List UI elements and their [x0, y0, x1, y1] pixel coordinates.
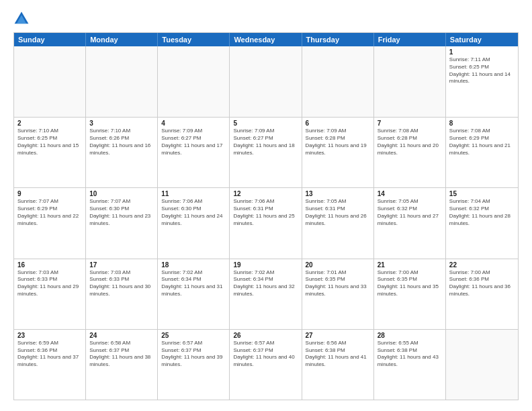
day-cell-12: 12Sunrise: 7:06 AM Sunset: 6:31 PM Dayli… — [230, 188, 302, 258]
day-info: Sunrise: 7:09 AM Sunset: 6:27 PM Dayligh… — [161, 128, 226, 156]
day-cell-18: 18Sunrise: 7:02 AM Sunset: 6:34 PM Dayli… — [158, 259, 230, 329]
day-cell-6: 6Sunrise: 7:09 AM Sunset: 6:28 PM Daylig… — [302, 118, 374, 187]
day-cell-17: 17Sunrise: 7:03 AM Sunset: 6:33 PM Dayli… — [86, 259, 158, 329]
day-number: 20 — [306, 261, 370, 269]
header — [13, 11, 519, 27]
header-day-wednesday: Wednesday — [230, 33, 302, 46]
day-cell-3: 3Sunrise: 7:10 AM Sunset: 6:26 PM Daylig… — [86, 118, 158, 187]
day-number: 9 — [17, 190, 82, 197]
day-info: Sunrise: 7:08 AM Sunset: 6:28 PM Dayligh… — [378, 128, 442, 156]
week-row-5: 23Sunrise: 6:59 AM Sunset: 6:36 PM Dayli… — [14, 329, 518, 400]
day-cell-13: 13Sunrise: 7:05 AM Sunset: 6:31 PM Dayli… — [302, 188, 374, 258]
logo — [13, 11, 32, 27]
header-day-sunday: Sunday — [14, 33, 86, 46]
day-number: 11 — [161, 190, 226, 197]
day-info: Sunrise: 6:58 AM Sunset: 6:37 PM Dayligh… — [89, 340, 154, 369]
day-cell-1: 1Sunrise: 7:11 AM Sunset: 6:25 PM Daylig… — [446, 46, 518, 117]
calendar-body: 1Sunrise: 7:11 AM Sunset: 6:25 PM Daylig… — [14, 46, 518, 400]
day-cell-9: 9Sunrise: 7:07 AM Sunset: 6:29 PM Daylig… — [14, 188, 86, 258]
week-row-1: 1Sunrise: 7:11 AM Sunset: 6:25 PM Daylig… — [14, 46, 518, 117]
day-info: Sunrise: 7:10 AM Sunset: 6:25 PM Dayligh… — [17, 128, 82, 156]
day-cell-8: 8Sunrise: 7:08 AM Sunset: 6:29 PM Daylig… — [446, 118, 518, 187]
day-info: Sunrise: 7:00 AM Sunset: 6:36 PM Dayligh… — [449, 269, 515, 298]
day-info: Sunrise: 6:56 AM Sunset: 6:38 PM Dayligh… — [306, 340, 370, 369]
day-cell-20: 20Sunrise: 7:01 AM Sunset: 6:35 PM Dayli… — [302, 259, 374, 329]
day-cell-15: 15Sunrise: 7:04 AM Sunset: 6:32 PM Dayli… — [446, 188, 518, 258]
day-info: Sunrise: 7:05 AM Sunset: 6:32 PM Dayligh… — [378, 198, 442, 227]
day-cell-22: 22Sunrise: 7:00 AM Sunset: 6:36 PM Dayli… — [446, 259, 518, 329]
day-info: Sunrise: 7:07 AM Sunset: 6:30 PM Dayligh… — [89, 198, 154, 227]
day-cell-empty — [86, 46, 158, 117]
day-cell-25: 25Sunrise: 6:57 AM Sunset: 6:37 PM Dayli… — [158, 330, 230, 400]
day-number: 18 — [161, 261, 226, 269]
day-info: Sunrise: 6:59 AM Sunset: 6:36 PM Dayligh… — [17, 340, 82, 369]
day-info: Sunrise: 7:09 AM Sunset: 6:28 PM Dayligh… — [306, 128, 370, 156]
day-cell-11: 11Sunrise: 7:06 AM Sunset: 6:30 PM Dayli… — [158, 188, 230, 258]
day-info: Sunrise: 7:03 AM Sunset: 6:33 PM Dayligh… — [89, 269, 154, 298]
day-info: Sunrise: 6:57 AM Sunset: 6:37 PM Dayligh… — [233, 340, 298, 369]
day-cell-empty — [302, 46, 374, 117]
day-number: 12 — [233, 190, 298, 197]
day-cell-2: 2Sunrise: 7:10 AM Sunset: 6:25 PM Daylig… — [14, 118, 86, 187]
day-number: 27 — [306, 332, 370, 339]
day-info: Sunrise: 7:01 AM Sunset: 6:35 PM Dayligh… — [306, 269, 370, 298]
day-number: 17 — [89, 261, 154, 269]
calendar: SundayMondayTuesdayWednesdayThursdayFrid… — [13, 32, 519, 400]
day-number: 19 — [233, 261, 298, 269]
day-info: Sunrise: 7:06 AM Sunset: 6:30 PM Dayligh… — [161, 198, 226, 227]
day-number: 4 — [161, 120, 226, 127]
day-cell-5: 5Sunrise: 7:09 AM Sunset: 6:27 PM Daylig… — [230, 118, 302, 187]
day-number: 7 — [378, 120, 442, 127]
day-cell-empty — [374, 46, 446, 117]
day-info: Sunrise: 7:03 AM Sunset: 6:33 PM Dayligh… — [17, 269, 82, 298]
day-info: Sunrise: 7:07 AM Sunset: 6:29 PM Dayligh… — [17, 198, 82, 227]
day-number: 16 — [17, 261, 82, 269]
day-number: 13 — [306, 190, 370, 197]
day-cell-10: 10Sunrise: 7:07 AM Sunset: 6:30 PM Dayli… — [86, 188, 158, 258]
header-day-tuesday: Tuesday — [158, 33, 230, 46]
day-info: Sunrise: 7:02 AM Sunset: 6:34 PM Dayligh… — [161, 269, 226, 298]
calendar-header: SundayMondayTuesdayWednesdayThursdayFrid… — [14, 33, 518, 46]
day-info: Sunrise: 7:06 AM Sunset: 6:31 PM Dayligh… — [233, 198, 298, 227]
day-cell-27: 27Sunrise: 6:56 AM Sunset: 6:38 PM Dayli… — [302, 330, 374, 400]
day-number: 24 — [89, 332, 154, 339]
day-number: 26 — [233, 332, 298, 339]
header-day-friday: Friday — [374, 33, 446, 46]
day-cell-14: 14Sunrise: 7:05 AM Sunset: 6:32 PM Dayli… — [374, 188, 446, 258]
day-info: Sunrise: 7:05 AM Sunset: 6:31 PM Dayligh… — [306, 198, 370, 227]
day-number: 1 — [449, 48, 515, 56]
day-cell-4: 4Sunrise: 7:09 AM Sunset: 6:27 PM Daylig… — [158, 118, 230, 187]
day-number: 5 — [233, 120, 298, 127]
day-cell-24: 24Sunrise: 6:58 AM Sunset: 6:37 PM Dayli… — [86, 330, 158, 400]
header-day-thursday: Thursday — [302, 33, 374, 46]
day-info: Sunrise: 7:10 AM Sunset: 6:26 PM Dayligh… — [89, 128, 154, 156]
day-number: 15 — [449, 190, 515, 197]
day-info: Sunrise: 6:57 AM Sunset: 6:37 PM Dayligh… — [161, 340, 226, 369]
day-cell-empty — [230, 46, 302, 117]
day-number: 28 — [378, 332, 442, 339]
day-number: 22 — [449, 261, 515, 269]
day-number: 8 — [449, 120, 515, 127]
day-info: Sunrise: 7:09 AM Sunset: 6:27 PM Dayligh… — [233, 128, 298, 156]
day-info: Sunrise: 6:55 AM Sunset: 6:38 PM Dayligh… — [378, 340, 442, 369]
day-cell-7: 7Sunrise: 7:08 AM Sunset: 6:28 PM Daylig… — [374, 118, 446, 187]
day-cell-26: 26Sunrise: 6:57 AM Sunset: 6:37 PM Dayli… — [230, 330, 302, 400]
day-cell-21: 21Sunrise: 7:00 AM Sunset: 6:35 PM Dayli… — [374, 259, 446, 329]
day-number: 10 — [89, 190, 154, 197]
day-cell-16: 16Sunrise: 7:03 AM Sunset: 6:33 PM Dayli… — [14, 259, 86, 329]
day-number: 14 — [378, 190, 442, 197]
day-cell-23: 23Sunrise: 6:59 AM Sunset: 6:36 PM Dayli… — [14, 330, 86, 400]
week-row-4: 16Sunrise: 7:03 AM Sunset: 6:33 PM Dayli… — [14, 259, 518, 329]
day-info: Sunrise: 7:02 AM Sunset: 6:34 PM Dayligh… — [233, 269, 298, 298]
header-day-monday: Monday — [86, 33, 158, 46]
day-info: Sunrise: 7:08 AM Sunset: 6:29 PM Dayligh… — [449, 128, 515, 156]
logo-icon — [13, 11, 30, 27]
day-number: 21 — [378, 261, 442, 269]
day-number: 3 — [89, 120, 154, 127]
day-cell-empty — [14, 46, 86, 117]
day-cell-empty — [158, 46, 230, 117]
day-number: 25 — [161, 332, 226, 339]
day-info: Sunrise: 7:00 AM Sunset: 6:35 PM Dayligh… — [378, 269, 442, 298]
day-number: 2 — [17, 120, 82, 127]
week-row-3: 9Sunrise: 7:07 AM Sunset: 6:29 PM Daylig… — [14, 187, 518, 258]
